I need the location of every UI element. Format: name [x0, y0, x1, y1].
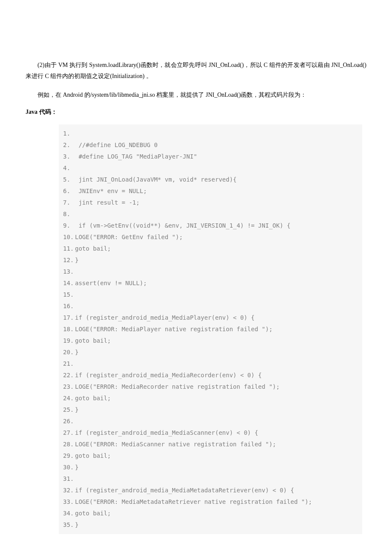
code-line: 4. — [63, 162, 358, 174]
code-line: 24.goto bail; — [63, 393, 358, 404]
paragraph-1: (2)由于 VM 执行到 System.loadLibrary()函数时，就会立… — [26, 60, 366, 82]
line-number: 33. — [63, 496, 75, 508]
code-line: 28.LOGE("ERROR: MediaScanner native regi… — [63, 439, 358, 450]
line-number: 16. — [63, 301, 75, 312]
line-number: 4. — [63, 162, 75, 174]
paragraph-2: 例如，在 Android 的/system/lib/libmedia_jni.s… — [26, 90, 366, 101]
line-number: 19. — [63, 335, 75, 347]
code-line: 19.goto bail; — [63, 335, 358, 347]
code-text: } — [75, 257, 78, 263]
line-number: 30. — [63, 462, 75, 473]
code-line: 21. — [63, 358, 358, 370]
code-line: 5. jint JNI_OnLoad(JavaVM* vm, void* res… — [63, 174, 358, 185]
code-text: if (register_android_media_MediaScanner(… — [75, 429, 258, 436]
line-number: 31. — [63, 473, 75, 485]
document-page: (2)由于 VM 执行到 System.loadLibrary()函数时，就会立… — [0, 0, 392, 555]
code-line: 20.} — [63, 347, 358, 358]
code-line: 29.goto bail; — [63, 450, 358, 462]
code-line: 6. JNIEnv* env = NULL; — [63, 185, 358, 197]
code-text: if (register_android_media_MediaRecorder… — [75, 372, 262, 379]
code-text: if (register_android_media_MediaMetadata… — [75, 487, 294, 494]
code-text: } — [75, 349, 78, 356]
code-line: 15. — [63, 289, 358, 301]
code-line: 18.LOGE("ERROR: MediaPlayer native regis… — [63, 324, 358, 335]
code-line: 22.if (register_android_media_MediaRecor… — [63, 370, 358, 381]
code-line: 9. if (vm->GetEnv((void**) &env, JNI_VER… — [63, 220, 358, 231]
code-text: jint result = -1; — [75, 199, 140, 206]
code-text: goto bail; — [75, 395, 111, 402]
line-number: 21. — [63, 358, 75, 370]
code-text: goto bail; — [75, 510, 111, 517]
code-line: 7. jint result = -1; — [63, 197, 358, 208]
code-text: } — [75, 521, 78, 528]
line-number: 23. — [63, 381, 75, 393]
code-line: 13. — [63, 266, 358, 278]
code-text: JNIEnv* env = NULL; — [75, 188, 147, 194]
line-number: 11. — [63, 243, 75, 254]
line-number: 12. — [63, 254, 75, 266]
code-line: 16. — [63, 301, 358, 312]
line-number: 24. — [63, 393, 75, 404]
code-text: if (register_android_media_MediaPlayer(e… — [75, 314, 254, 321]
line-number: 35. — [63, 519, 75, 531]
code-line: 14.assert(env != NULL); — [63, 278, 358, 289]
line-number: 13. — [63, 266, 75, 278]
code-line: 25.} — [63, 404, 358, 416]
code-text: LOGE("ERROR: MediaMetadataRetriever nati… — [75, 498, 312, 505]
code-line: 17.if (register_android_media_MediaPlaye… — [63, 312, 358, 324]
code-line: 23.LOGE("ERROR: MediaRecorder native reg… — [63, 381, 358, 393]
code-text: goto bail; — [75, 245, 111, 252]
line-number: 26. — [63, 416, 75, 427]
code-line: 2. //#define LOG_NDEBUG 0 — [63, 139, 358, 151]
line-number: 14. — [63, 278, 75, 289]
code-line: 31. — [63, 473, 358, 485]
line-number: 17. — [63, 312, 75, 324]
line-number: 18. — [63, 324, 75, 335]
code-line: 26. — [63, 416, 358, 427]
code-text: LOGE("ERROR: MediaScanner native registr… — [75, 441, 276, 448]
java-code-label: Java 代码： — [26, 108, 366, 116]
code-text: goto bail; — [75, 452, 111, 459]
line-number: 20. — [63, 347, 75, 358]
code-text: } — [75, 406, 78, 413]
code-line: 27.if (register_android_media_MediaScann… — [63, 427, 358, 439]
line-number: 1. — [63, 128, 75, 139]
code-text: LOGE("ERROR: MediaPlayer native registra… — [75, 326, 273, 332]
line-number: 29. — [63, 450, 75, 462]
line-number: 6. — [63, 185, 75, 197]
code-line: 34.goto bail; — [63, 508, 358, 519]
code-text: assert(env != NULL); — [75, 280, 147, 286]
code-text: } — [75, 464, 78, 471]
line-number: 9. — [63, 220, 75, 231]
code-text: goto bail; — [75, 337, 111, 344]
line-number: 5. — [63, 174, 75, 185]
code-line: 35.} — [63, 519, 358, 531]
code-text: LOGE("ERROR: MediaRecorder native regist… — [75, 383, 280, 390]
code-text: #define LOG_TAG "MediaPlayer-JNI" — [75, 153, 197, 160]
line-number: 3. — [63, 151, 75, 162]
code-line: 32.if (register_android_media_MediaMetad… — [63, 485, 358, 496]
code-line: 30.} — [63, 462, 358, 473]
line-number: 25. — [63, 404, 75, 416]
code-line: 1. — [63, 128, 358, 139]
code-line: 12.} — [63, 254, 358, 266]
line-number: 32. — [63, 485, 75, 496]
line-number: 27. — [63, 427, 75, 439]
code-line: 33.LOGE("ERROR: MediaMetadataRetriever n… — [63, 496, 358, 508]
line-number: 8. — [63, 208, 75, 220]
code-block: 1.2. //#define LOG_NDEBUG 03. #define LO… — [59, 124, 362, 534]
code-line: 10.LOGE("ERROR: GetEnv failed "); — [63, 231, 358, 243]
line-number: 7. — [63, 197, 75, 208]
line-number: 15. — [63, 289, 75, 301]
code-line: 11.goto bail; — [63, 243, 358, 254]
code-line: 3. #define LOG_TAG "MediaPlayer-JNI" — [63, 151, 358, 162]
line-number: 34. — [63, 508, 75, 519]
code-text: LOGE("ERROR: GetEnv failed "); — [75, 234, 183, 240]
code-text: if (vm->GetEnv((void**) &env, JNI_VERSIO… — [75, 222, 291, 229]
line-number: 10. — [63, 231, 75, 243]
line-number: 28. — [63, 439, 75, 450]
code-text: jint JNI_OnLoad(JavaVM* vm, void* reserv… — [75, 176, 236, 183]
line-number: 22. — [63, 370, 75, 381]
code-text: //#define LOG_NDEBUG 0 — [75, 142, 158, 148]
line-number: 2. — [63, 139, 75, 151]
